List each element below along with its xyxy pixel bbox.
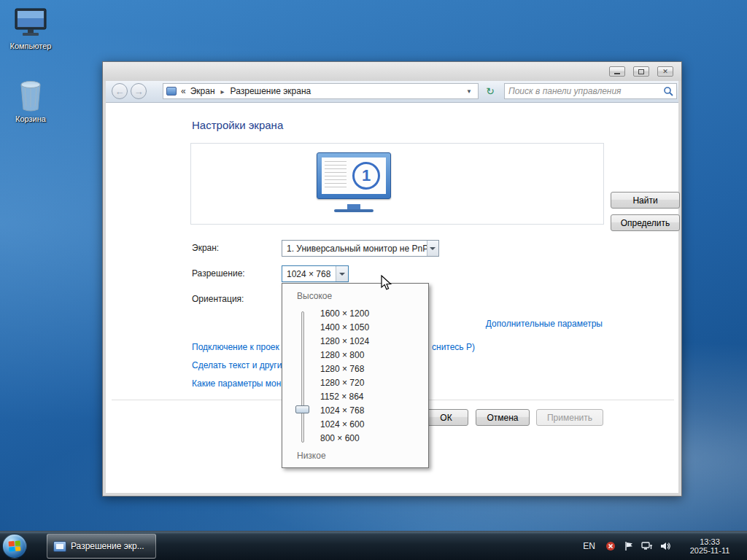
page-title: Настройки экрана (192, 119, 283, 131)
search-box[interactable] (504, 83, 677, 99)
maximize-button[interactable] (633, 66, 649, 77)
which-settings-link[interactable]: Какие параметры мон (192, 378, 281, 389)
resolution-option[interactable]: 1400 × 1050 (316, 321, 374, 335)
resolution-dropdown-panel: Высокое 1600 × 1200 1400 × 1050 1280 × 1… (282, 283, 429, 468)
recycle-bin-icon-label: Корзина (4, 114, 57, 123)
navigation-bar: ← → « Экран ▸ Разрешение экрана ▼ ↻ (106, 81, 678, 103)
tray-time: 13:33 (681, 537, 738, 546)
resolution-option[interactable]: 800 × 600 (316, 432, 374, 446)
desktop-icon-recycle-bin[interactable]: Корзина (4, 77, 57, 123)
resolution-option[interactable]: 1600 × 1200 (316, 307, 374, 321)
search-input[interactable] (505, 85, 660, 98)
display-settings-icon (53, 541, 66, 552)
back-button[interactable]: ← (112, 83, 128, 99)
chevron-down-icon[interactable] (336, 266, 348, 281)
breadcrumb-item-screen[interactable]: Экран (189, 86, 217, 96)
windows-logo-icon (9, 540, 21, 551)
taskbar: Разрешение экр... EN (0, 531, 747, 560)
screen-resolution-window: ✕ ← → « Экран ▸ Разрешение экрана ▼ ↻ (102, 61, 682, 497)
identify-button[interactable]: Определить (611, 214, 680, 231)
cancel-button[interactable]: Отмена (476, 409, 530, 426)
desktop-wallpaper: Компьютер Корзина ✕ ← → « (0, 0, 747, 560)
monitor-preview[interactable]: 1 (317, 152, 391, 199)
start-button[interactable] (2, 534, 27, 559)
tray-clock[interactable]: 13:33 2025-11-11 (681, 537, 738, 555)
minimize-button[interactable] (609, 66, 625, 77)
refresh-button[interactable]: ↻ (483, 83, 498, 99)
resolution-combobox[interactable]: 747 × 560 (282, 265, 349, 282)
breadcrumb-overflow[interactable]: « (181, 86, 186, 96)
make-text-larger-link[interactable]: Сделать текст и другие (192, 360, 287, 370)
computer-icon-label: Компьютер (4, 42, 57, 50)
taskbar-app-screen-resolution[interactable]: Разрешение экр... (47, 534, 156, 559)
breadcrumb-item-resolution[interactable]: Разрешение экрана (229, 86, 313, 96)
breadcrumb-dropdown-icon[interactable]: ▼ (463, 88, 475, 95)
language-indicator[interactable]: EN (583, 541, 595, 551)
breadcrumb[interactable]: « Экран ▸ Разрешение экрана ▼ (163, 83, 479, 99)
resolution-option[interactable]: 1280 × 768 (316, 362, 374, 376)
monitor-preview-group: 1 Найти Определить (190, 143, 604, 225)
ok-button[interactable]: ОК (424, 409, 468, 426)
resolution-slider-track[interactable] (301, 311, 304, 443)
close-button[interactable]: ✕ (657, 66, 673, 77)
volume-icon[interactable] (659, 540, 672, 552)
resolution-option-selected[interactable]: 747 × 560 (316, 404, 374, 418)
system-tray: EN (583, 532, 747, 560)
resolution-option[interactable]: 1280 × 800 (316, 349, 374, 362)
resolution-option[interactable]: 1280 × 1024 (316, 335, 374, 349)
monitor-number-badge: 1 (352, 162, 380, 190)
resolution-option-list: 1600 × 1200 1400 × 1050 1280 × 1024 1280… (316, 307, 374, 446)
orientation-label: Ориентация: (192, 294, 244, 304)
resolution-option[interactable]: 1024 × 600 (316, 418, 374, 432)
resolution-label: Разрешение: (192, 268, 245, 279)
recycle-bin-icon (4, 77, 57, 112)
resolution-low-label: Низкое (297, 451, 326, 461)
window-titlebar[interactable]: ✕ (103, 62, 681, 81)
resolution-high-label: Высокое (297, 291, 332, 301)
chevron-down-icon[interactable] (427, 241, 438, 256)
tray-date: 2025-11-11 (681, 546, 738, 555)
window-content: Настройки экрана 1 Найти Определить (106, 103, 678, 493)
forward-button[interactable]: → (131, 83, 147, 99)
breadcrumb-icon (166, 87, 177, 96)
network-icon[interactable] (640, 540, 654, 552)
apply-button[interactable]: Применить (536, 409, 603, 426)
display-label: Экран: (192, 243, 219, 253)
projector-link-left[interactable]: Подключение к проек (192, 342, 279, 352)
monitor-screen-lines (325, 161, 347, 190)
action-center-flag-icon[interactable] (622, 540, 635, 552)
resolution-option[interactable]: 1280 × 720 (316, 376, 374, 390)
alert-icon[interactable] (604, 540, 617, 552)
resolution-option[interactable]: 1152 × 864 (316, 390, 374, 404)
monitor-base (334, 209, 374, 212)
display-combobox[interactable]: 1. Универсальный монитор не PnP (282, 240, 439, 257)
advanced-settings-link[interactable]: Дополнительные параметры (486, 319, 603, 329)
computer-icon (4, 7, 57, 39)
search-icon[interactable] (660, 86, 676, 96)
monitor-stand (347, 204, 360, 209)
breadcrumb-separator-icon: ▸ (221, 88, 225, 96)
detect-button[interactable]: Найти (611, 192, 680, 209)
projector-link-right[interactable]: снитесь P) (432, 342, 475, 352)
desktop-icon-computer[interactable]: Компьютер (4, 7, 57, 50)
resolution-slider-thumb[interactable] (295, 405, 309, 413)
